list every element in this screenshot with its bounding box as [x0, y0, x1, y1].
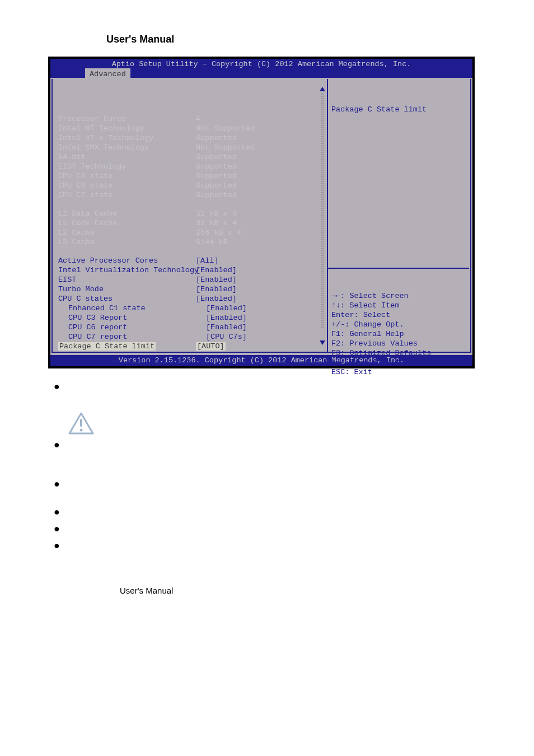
bullet-icon: ●	[54, 507, 64, 516]
row-value: [Enabled]	[196, 265, 324, 275]
bios-row: CPU C3 stateSupported	[58, 171, 324, 181]
row-label: CPU C states	[58, 294, 196, 304]
row-value: 6144 kB	[196, 237, 324, 247]
row-value: Supported	[196, 152, 324, 162]
warning-icon	[68, 412, 94, 435]
row-value: [Enabled]	[206, 304, 324, 313]
help-title: Package C State limit	[331, 105, 466, 114]
key-hint: F3: Optimized Defaults	[331, 348, 466, 358]
row-label: 64-bit	[58, 152, 196, 162]
row-value: 32 kB x 4	[196, 209, 324, 218]
doc-item-4: ●	[54, 507, 486, 519]
bios-window: Aptio Setup Utility – Copyright (C) 2012…	[48, 57, 475, 368]
row-value: Supported	[196, 133, 324, 143]
row-label: CPU C7 state	[58, 190, 196, 200]
key-hint: ESC: Exit	[331, 367, 466, 377]
row-value: 32 kB x 4	[196, 218, 324, 228]
doc-text	[66, 440, 458, 474]
bios-row[interactable]: EIST[Enabled]	[58, 275, 324, 284]
bios-row[interactable]: Enhanced C1 state[Enabled]	[58, 304, 324, 313]
bios-row: L1 Code Cache32 kB x 4	[58, 218, 324, 228]
key-hint: ↑↓: Select Item	[331, 301, 466, 310]
bios-body: Processor Cores4Intel HT TechnologyNot S…	[51, 79, 471, 353]
bios-row: EIST TechnologySupported	[58, 162, 324, 171]
row-value: [CPU C7s]	[206, 332, 324, 342]
row-label: L1 Code Cache	[58, 218, 196, 228]
row-value: Supported	[196, 181, 324, 190]
row-label: Intel SMX Technology	[58, 143, 196, 152]
doc-text	[66, 541, 458, 552]
row-value: [Enabled]	[196, 294, 324, 304]
bullet-icon: ●	[54, 440, 64, 449]
bios-row[interactable]: Active Processor Cores[All]	[58, 256, 324, 265]
row-label: EIST Technology	[58, 162, 196, 171]
doc-item-2: ●	[54, 440, 486, 474]
bios-row[interactable]: CPU C states[Enabled]	[58, 294, 324, 304]
bios-top-bar: Aptio Setup Utility – Copyright (C) 2012…	[50, 59, 472, 79]
row-value: [Enabled]	[206, 313, 324, 323]
row-label: CPU C6 report	[58, 323, 206, 332]
bios-row: 64-bitSupported	[58, 152, 324, 162]
row-value: [Enabled]	[196, 284, 324, 294]
row-label: CPU C6 state	[58, 181, 196, 190]
key-hint: Enter: Select	[331, 310, 466, 320]
row-label: Package C State limit	[58, 342, 156, 351]
bios-row: Processor Cores4	[58, 114, 324, 124]
doc-item-6: ●	[54, 541, 486, 552]
scroll-up-icon[interactable]	[320, 87, 325, 91]
bios-row: Intel VT-x TechnologySupported	[58, 133, 324, 143]
key-hint: +/-: Change Opt.	[331, 320, 466, 329]
bios-row-selected[interactable]: Package C State limit[AUTO]	[58, 342, 324, 351]
bios-left-pane: Processor Cores4Intel HT TechnologyNot S…	[53, 79, 327, 352]
doc-list: ● ● ● ● ● ●	[54, 382, 486, 552]
row-label: L3 Cache	[58, 237, 196, 247]
scroll-track[interactable]	[321, 94, 324, 329]
bios-row: Intel HT TechnologyNot Supported	[58, 124, 324, 133]
doc-item-3: ●	[54, 479, 486, 502]
scroll-down-icon[interactable]	[320, 340, 325, 345]
row-value: Supported	[196, 190, 324, 200]
row-label: Intel Virtualization Technology	[58, 265, 196, 275]
doc-text	[66, 524, 458, 535]
doc-item-5: ●	[54, 524, 486, 535]
row-label: Intel HT Technology	[58, 124, 196, 133]
bios-right-pane: Package C State limit →←: Select Screen↑…	[327, 79, 470, 352]
row-value: 4	[196, 114, 324, 124]
svg-rect-1	[80, 419, 82, 427]
bios-row: CPU C6 stateSupported	[58, 181, 324, 190]
key-hint: F4: Save & Exit	[331, 358, 466, 367]
scrollbar[interactable]	[320, 87, 325, 329]
row-label: L1 Data Cache	[58, 209, 196, 218]
warning-block	[54, 410, 486, 435]
tab-advanced[interactable]: Advanced	[85, 68, 130, 79]
doc-text	[66, 507, 458, 519]
bios-row[interactable]: CPU C3 Report[Enabled]	[58, 313, 324, 323]
bios-row[interactable]: Turbo Mode[Enabled]	[58, 284, 324, 294]
row-label: CPU C3 state	[58, 171, 196, 181]
row-value: [AUTO]	[196, 342, 226, 351]
doc-text	[66, 479, 458, 502]
row-label: CPU C7 report	[58, 332, 206, 342]
bullet-icon: ●	[54, 382, 64, 391]
row-label: L2 Cache	[58, 228, 196, 237]
bios-row: L1 Data Cache32 kB x 4	[58, 209, 324, 218]
bios-row[interactable]: CPU C7 report[CPU C7s]	[58, 332, 324, 342]
row-value: [Enabled]	[206, 323, 324, 332]
row-value: [All]	[196, 256, 324, 265]
right-divider	[328, 268, 469, 269]
key-hint: →←: Select Screen	[331, 291, 466, 301]
row-label: Intel VT-x Technology	[58, 133, 196, 143]
bios-title: Aptio Setup Utility – Copyright (C) 2012…	[50, 59, 472, 69]
row-value: Supported	[196, 171, 324, 181]
svg-point-2	[80, 429, 83, 432]
page-title: User's Manual	[106, 34, 486, 45]
bullet-icon: ●	[54, 524, 64, 533]
row-label: CPU C3 Report	[58, 313, 206, 323]
row-label: EIST	[58, 275, 196, 284]
page-footer: User's Manual	[120, 586, 486, 595]
bullet-icon: ●	[54, 479, 64, 488]
row-value: Supported	[196, 162, 324, 171]
bios-row[interactable]: CPU C6 report[Enabled]	[58, 323, 324, 332]
bios-row: L3 Cache6144 kB	[58, 237, 324, 247]
bios-row[interactable]: Intel Virtualization Technology[Enabled]	[58, 265, 324, 275]
